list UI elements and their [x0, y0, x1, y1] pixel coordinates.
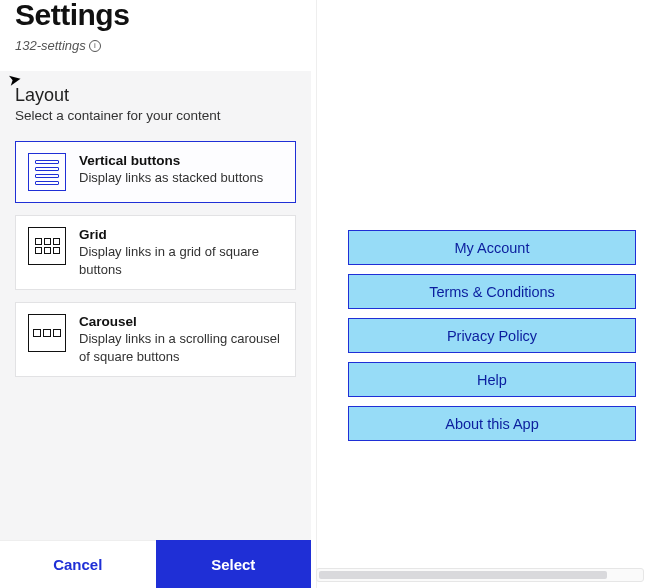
- preview-button-terms[interactable]: Terms & Conditions: [348, 274, 636, 309]
- option-grid[interactable]: Grid Display links in a grid of square b…: [15, 215, 296, 290]
- page-title: Settings: [15, 0, 296, 32]
- carousel-icon: [28, 314, 66, 352]
- select-button[interactable]: Select: [156, 540, 312, 588]
- layout-section: Layout Select a container for your conte…: [0, 71, 311, 540]
- grid-icon: [28, 227, 66, 265]
- header: Settings 132-settings i: [0, 0, 311, 59]
- option-desc: Display links in a scrolling carousel of…: [79, 330, 283, 365]
- footer: Cancel Select: [0, 540, 311, 588]
- layout-options: Vertical buttons Display links as stacke…: [15, 141, 296, 377]
- preview-button-about[interactable]: About this App: [348, 406, 636, 441]
- scrollbar-thumb[interactable]: [319, 571, 607, 579]
- option-title: Carousel: [79, 314, 283, 329]
- option-title: Vertical buttons: [79, 153, 283, 168]
- option-text: Vertical buttons Display links as stacke…: [79, 153, 283, 187]
- preview-button-stack: My Account Terms & Conditions Privacy Po…: [348, 230, 636, 441]
- horizontal-scrollbar[interactable]: [316, 568, 644, 582]
- option-vertical-buttons[interactable]: Vertical buttons Display links as stacke…: [15, 141, 296, 203]
- section-title: Layout: [15, 85, 296, 106]
- preview-button-help[interactable]: Help: [348, 362, 636, 397]
- settings-panel: Settings 132-settings i ➤ Layout Select …: [0, 0, 311, 588]
- option-text: Grid Display links in a grid of square b…: [79, 227, 283, 278]
- preview-button-privacy[interactable]: Privacy Policy: [348, 318, 636, 353]
- preview-button-my-account[interactable]: My Account: [348, 230, 636, 265]
- file-name: 132-settings: [15, 38, 86, 53]
- preview-pane: My Account Terms & Conditions Privacy Po…: [316, 0, 650, 588]
- vertical-buttons-icon: [28, 153, 66, 191]
- option-desc: Display links as stacked buttons: [79, 169, 283, 187]
- file-row: 132-settings i: [15, 38, 296, 53]
- option-text: Carousel Display links in a scrolling ca…: [79, 314, 283, 365]
- option-title: Grid: [79, 227, 283, 242]
- section-subtitle: Select a container for your content: [15, 108, 296, 123]
- option-desc: Display links in a grid of square button…: [79, 243, 283, 278]
- option-carousel[interactable]: Carousel Display links in a scrolling ca…: [15, 302, 296, 377]
- cancel-button[interactable]: Cancel: [0, 540, 156, 588]
- info-icon[interactable]: i: [89, 40, 101, 52]
